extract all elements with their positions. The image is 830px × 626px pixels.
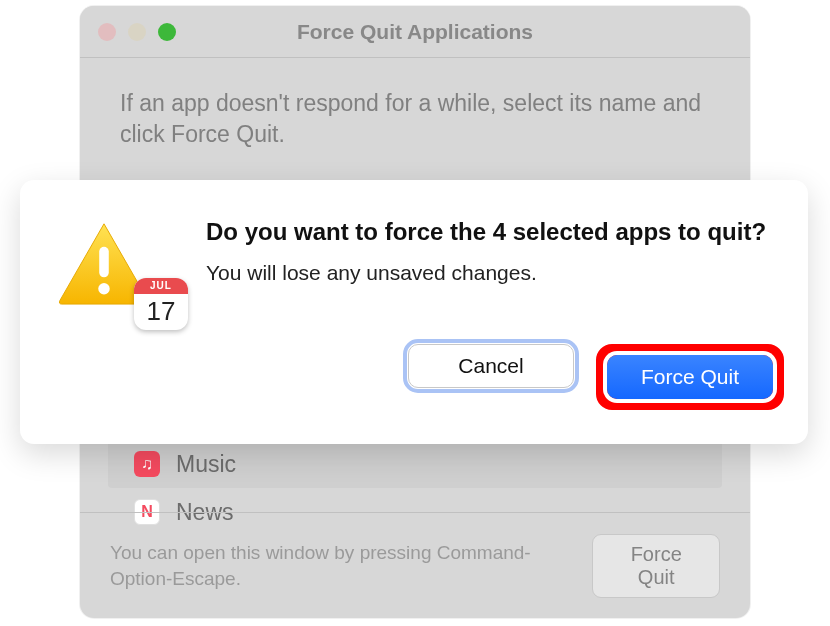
maximize-icon[interactable] bbox=[158, 23, 176, 41]
dialog-message: You will lose any unsaved changes. bbox=[206, 261, 780, 285]
svg-point-1 bbox=[98, 283, 109, 294]
window-footer: You can open this window by pressing Com… bbox=[80, 512, 750, 618]
minimize-icon[interactable] bbox=[128, 23, 146, 41]
force-quit-button[interactable]: Force Quit bbox=[592, 534, 720, 598]
highlight-annotation: Force Quit bbox=[596, 344, 784, 410]
warning-icon: JUL 17 bbox=[56, 212, 176, 310]
svg-rect-0 bbox=[99, 247, 109, 278]
music-icon: ♫ bbox=[134, 451, 160, 477]
list-item[interactable]: ♫ Music bbox=[108, 440, 722, 488]
titlebar: Force Quit Applications bbox=[80, 6, 750, 58]
confirm-dialog: JUL 17 Do you want to force the 4 select… bbox=[20, 180, 808, 444]
app-name: Music bbox=[176, 451, 236, 478]
calendar-month: JUL bbox=[134, 278, 188, 294]
dialog-title: Do you want to force the 4 selected apps… bbox=[206, 216, 780, 247]
footer-hint: You can open this window by pressing Com… bbox=[110, 540, 592, 591]
cancel-button[interactable]: Cancel bbox=[408, 344, 574, 388]
calendar-day: 17 bbox=[134, 294, 188, 328]
calendar-icon: JUL 17 bbox=[134, 278, 188, 330]
traffic-lights bbox=[98, 23, 176, 41]
instruction-text: If an app doesn't respond for a while, s… bbox=[80, 58, 750, 172]
close-icon[interactable] bbox=[98, 23, 116, 41]
window-title: Force Quit Applications bbox=[80, 20, 750, 44]
confirm-force-quit-button[interactable]: Force Quit bbox=[607, 355, 773, 399]
